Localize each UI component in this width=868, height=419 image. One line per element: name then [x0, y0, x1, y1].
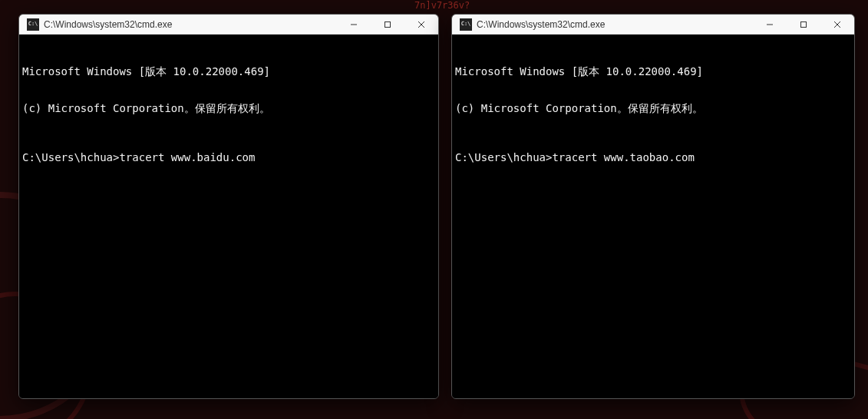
terminal-prompt-line: C:\Users\hchua>tracert www.taobao.com	[455, 151, 851, 163]
terminal-banner-line: Microsoft Windows [版本 10.0.22000.469]	[22, 65, 435, 78]
svg-rect-1	[385, 21, 391, 27]
minimize-button[interactable]	[753, 15, 787, 34]
cmd-icon-text: C:\	[28, 21, 38, 27]
terminal-command: tracert www.taobao.com	[552, 151, 694, 163]
window-title: C:\Windows\system32\cmd.exe	[44, 19, 337, 30]
cmd-window-right[interactable]: C:\ C:\Windows\system32\cmd.exe Microsof…	[451, 14, 855, 399]
maximize-button[interactable]	[787, 15, 820, 34]
maximize-icon	[384, 21, 391, 28]
window-title: C:\Windows\system32\cmd.exe	[477, 19, 753, 30]
cmd-window-left[interactable]: C:\ C:\Windows\system32\cmd.exe Microsof…	[18, 14, 439, 399]
close-icon	[417, 21, 425, 28]
svg-rect-5	[801, 21, 807, 27]
terminal-prompt: C:\Users\hchua>	[22, 151, 119, 163]
maximize-icon	[800, 21, 807, 28]
desktop-background-text: 7n]v7r36v?	[414, 0, 470, 11]
cmd-icon-text: C:\	[461, 21, 471, 27]
terminal-command: tracert www.baidu.com	[119, 151, 255, 163]
terminal-body[interactable]: Microsoft Windows [版本 10.0.22000.469] (c…	[452, 35, 854, 398]
titlebar[interactable]: C:\ C:\Windows\system32\cmd.exe	[452, 15, 854, 35]
cmd-icon: C:\	[460, 18, 472, 31]
terminal-banner-line: (c) Microsoft Corporation。保留所有权利。	[22, 102, 435, 114]
cmd-icon: C:\	[27, 18, 39, 31]
terminal-body[interactable]: Microsoft Windows [版本 10.0.22000.469] (c…	[19, 35, 438, 398]
terminal-prompt: C:\Users\hchua>	[455, 151, 552, 163]
window-controls	[753, 15, 854, 34]
titlebar[interactable]: C:\ C:\Windows\system32\cmd.exe	[19, 15, 438, 35]
minimize-icon	[350, 21, 358, 28]
close-button[interactable]	[820, 15, 854, 34]
terminal-banner-line: (c) Microsoft Corporation。保留所有权利。	[455, 102, 851, 114]
terminal-prompt-line: C:\Users\hchua>tracert www.baidu.com	[22, 151, 435, 163]
close-button[interactable]	[404, 15, 438, 34]
terminal-banner-line: Microsoft Windows [版本 10.0.22000.469]	[455, 65, 851, 78]
minimize-icon	[766, 21, 774, 28]
maximize-button[interactable]	[371, 15, 404, 34]
minimize-button[interactable]	[337, 15, 371, 34]
close-icon	[833, 21, 841, 28]
window-controls	[337, 15, 438, 34]
